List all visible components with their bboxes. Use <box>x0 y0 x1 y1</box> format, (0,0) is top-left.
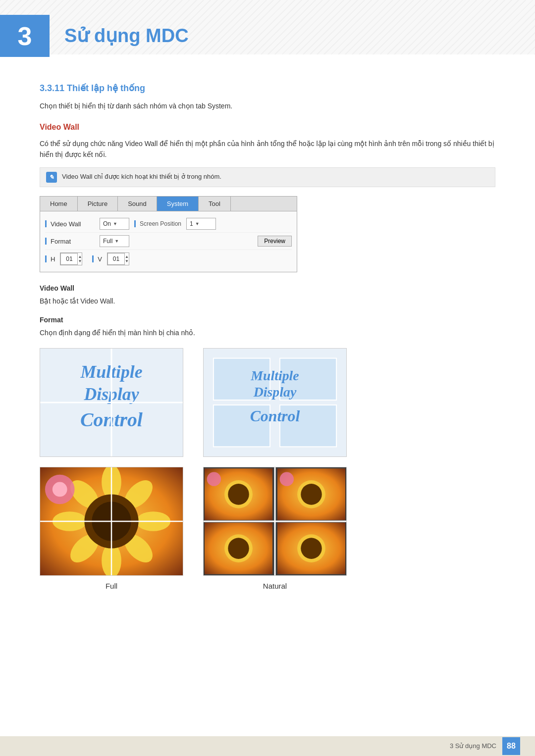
svg-point-38 <box>301 484 322 505</box>
dropdown-value-format: Full <box>103 237 112 246</box>
footer: 3 Sử dụng MDC 88 <box>0 736 535 756</box>
caption-flower-natural: Natural <box>263 581 287 592</box>
v-value: 01 <box>107 253 125 265</box>
svg-point-43 <box>228 538 249 559</box>
tab-sound[interactable]: Sound <box>118 197 157 211</box>
tab-system[interactable]: System <box>157 197 199 211</box>
preview-button[interactable]: Preview <box>258 236 292 247</box>
dropdown-arrow-videowall: ▼ <box>113 221 117 228</box>
format-image-grid: Multiple Display Control <box>40 348 495 457</box>
section-heading: Thiết lập hệ thống <box>67 83 145 93</box>
field-label-videowall: Video Wall <box>40 283 495 294</box>
image-box-flower-full <box>40 467 183 576</box>
mockup-body: Video Wall On ▼ Screen Position 1 ▼ Form… <box>40 211 297 272</box>
mockup-row-videowall: Video Wall On ▼ Screen Position 1 ▼ <box>45 215 292 233</box>
section-number: 3.3.11 <box>40 83 64 93</box>
svg-point-39 <box>280 472 294 486</box>
dropdown-value-videowall: On <box>103 219 111 228</box>
mockup-tab-bar: Home Picture Sound System Tool <box>40 197 297 212</box>
flower-image-grid: Full <box>40 467 495 592</box>
section-title: 3.3.11 Thiết lập hệ thống <box>40 82 495 95</box>
flower-full-svg <box>40 467 183 576</box>
mockup-label-videowall: Video Wall <box>45 219 95 229</box>
note-text: Video Wall chỉ được kích hoạt khi thiết … <box>62 172 221 182</box>
image-item-flower-full: Full <box>40 467 183 592</box>
image-item-flower-natural: Natural <box>203 467 347 592</box>
chapter-number-block: 3 <box>0 15 50 57</box>
svg-text:Control: Control <box>250 407 300 425</box>
svg-point-26 <box>53 482 67 497</box>
image-item-mdc-natural: Multiple Display Control <box>203 348 347 457</box>
v-up-arrow[interactable]: ▲ <box>125 255 129 259</box>
v-label: V <box>92 254 102 264</box>
h-input-group[interactable]: 01 ▲ ▼ <box>60 252 82 265</box>
field-label-format: Format <box>40 315 495 325</box>
h-up-arrow[interactable]: ▲ <box>78 255 82 259</box>
v-input-group[interactable]: 01 ▲ ▼ <box>107 252 129 265</box>
svg-text:Multiple: Multiple <box>250 368 299 383</box>
image-box-mdc-natural: Multiple Display Control <box>203 348 347 457</box>
image-box-mdc-full: Multiple Display Control <box>40 348 183 457</box>
footer-text: 3 Sử dụng MDC <box>450 741 496 751</box>
h-spinner[interactable]: ▲ ▼ <box>78 255 82 263</box>
tab-tool[interactable]: Tool <box>199 197 231 211</box>
h-value: 01 <box>60 253 78 265</box>
videowall-description: Có thể sử dụng chức năng Video Wall để h… <box>40 138 495 160</box>
tab-picture[interactable]: Picture <box>78 197 118 211</box>
flower-natural-svg <box>204 467 346 576</box>
svg-point-34 <box>207 472 221 486</box>
dropdown-arrow-screenpos: ▼ <box>195 221 200 228</box>
v-down-arrow[interactable]: ▼ <box>125 259 129 263</box>
ui-mockup-panel: Home Picture Sound System Tool Video Wal… <box>40 196 297 273</box>
field-desc-videowall: Bật hoặc tắt Video Wall. <box>40 296 495 306</box>
videowall-subtitle: Video Wall <box>40 121 495 133</box>
h-down-arrow[interactable]: ▼ <box>78 259 82 263</box>
caption-flower-full: Full <box>106 581 117 592</box>
main-content: 3.3.11 Thiết lập hệ thống Chọn thiết bị … <box>0 67 535 627</box>
screen-position-label: Screen Position <box>134 219 181 228</box>
intro-paragraph: Chọn thiết bị hiển thị từ danh sách nhóm… <box>40 101 495 111</box>
field-desc-format: Chọn định dạng để hiển thị màn hình bị c… <box>40 327 495 338</box>
dropdown-value-screenpos: 1 <box>190 219 193 228</box>
image-item-mdc-full: Multiple Display Control <box>40 348 183 457</box>
mockup-row-hv: H 01 ▲ ▼ V 01 ▲ ▼ <box>45 250 292 268</box>
page-number: 88 <box>502 737 520 755</box>
mdc-logo-full-svg: Multiple Display Control <box>40 348 183 457</box>
svg-text:Display: Display <box>253 384 297 400</box>
image-box-flower-natural <box>203 467 347 576</box>
note-icon: ✎ <box>46 172 57 183</box>
mockup-dropdown-screenpos[interactable]: 1 ▼ <box>186 218 216 230</box>
note-box: ✎ Video Wall chỉ được kích hoạt khi thiế… <box>40 167 495 187</box>
svg-point-47 <box>301 538 322 559</box>
mockup-dropdown-format[interactable]: Full ▼ <box>100 235 129 247</box>
mdc-logo-natural-svg: Multiple Display Control <box>204 348 346 457</box>
mockup-label-format: Format <box>45 237 95 247</box>
mockup-dropdown-videowall[interactable]: On ▼ <box>100 218 129 230</box>
svg-point-33 <box>228 484 249 505</box>
h-label: H <box>45 254 55 264</box>
chapter-number: 3 <box>18 23 32 49</box>
v-spinner[interactable]: ▲ ▼ <box>125 255 129 263</box>
dropdown-arrow-format: ▼ <box>114 238 119 245</box>
mockup-row-format: Format Full ▼ Preview <box>45 233 292 250</box>
chapter-header: 3 Sử dụng MDC <box>0 0 535 67</box>
chapter-title: Sử dụng MDC <box>64 22 189 50</box>
tab-home[interactable]: Home <box>40 197 78 211</box>
